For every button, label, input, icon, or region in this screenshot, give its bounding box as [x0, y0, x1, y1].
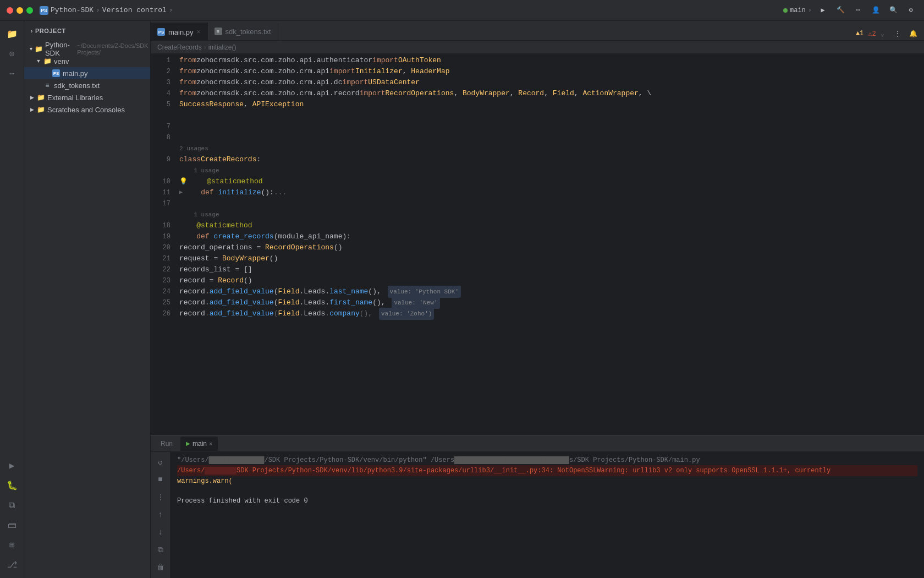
code-line-21: request = BodyWrapper()	[179, 253, 924, 264]
activity-db-icon[interactable]: 🗃	[3, 516, 21, 534]
console-path-text: "/Users/██████████████/SDK Projects/Pyth…	[177, 455, 700, 465]
tree-item-main-py[interactable]: ▶ PS main.py	[24, 67, 150, 79]
py-logo-icon: PS	[40, 6, 48, 15]
sidebar-header: › Project	[24, 21, 150, 41]
settings-button[interactable]: ⚙	[904, 4, 917, 17]
panel-content-area: ↺ ■ ⋮ ↑ ↓ ⧉ 🗑 "/Users/███	[151, 452, 924, 578]
code-lines: from zohocrmsdk.src.com.zoho.api.authent…	[177, 54, 924, 435]
tab-main-py-close[interactable]: ×	[197, 28, 201, 36]
scratches-arrow: ▶	[29, 106, 35, 113]
project-name[interactable]: Python-SDK	[51, 6, 94, 14]
activity-bar-bottom: ▶ 🐛 ⧉ 🗃 ⊞ ⎇	[3, 457, 21, 574]
panel-left-icons: ↺ ■ ⋮ ↑ ↓ ⧉ 🗑	[151, 452, 170, 578]
sidebar-title: Project	[35, 28, 66, 34]
tab-bar: PS main.py × ≡ sdk_tokens.txt ▲1 ⚠2 ⌄ ⋮ …	[151, 21, 924, 41]
panel-trash-icon[interactable]: 🗑	[153, 560, 168, 575]
code-line-1: from zohocrmsdk.src.com.zoho.api.authent…	[179, 55, 924, 66]
warning-count[interactable]: ▲1	[856, 30, 864, 37]
run-config-chevron: ›	[808, 7, 812, 14]
panel-tab-run[interactable]: Run	[155, 437, 178, 451]
activity-git-icon[interactable]: ⎇	[3, 556, 21, 574]
panel-more-icon[interactable]: ⋮	[153, 489, 168, 505]
editor-more-options[interactable]: ⋮	[891, 27, 904, 40]
panel-toolbar-icons: ↺ ■ ⋮ ↑ ↓ ⧉ 🗑	[151, 454, 173, 575]
notification-icon[interactable]: 🔔	[906, 27, 920, 40]
close-button[interactable]	[7, 7, 13, 14]
code-line-10: 💡 @staticmethod	[179, 176, 924, 187]
activity-commit-icon[interactable]: ⊙	[3, 45, 21, 63]
activity-layers-icon[interactable]: ⧉	[3, 497, 21, 514]
usage-hint-1b: 1 usage	[179, 210, 924, 219]
code-line-3: from zohocrmsdk.src.com.zoho.crm.api.dc …	[179, 77, 924, 88]
breadcrumb-sep: ›	[204, 43, 206, 51]
line-numbers: 1 2 3 4 5 7 8 9 10 11 17 18 19	[151, 54, 177, 435]
tree-item-scratches[interactable]: ▶ 📁 Scratches and Consoles	[24, 103, 150, 116]
panel-refresh-icon[interactable]: ↺	[153, 454, 168, 470]
sdk-tokens-icon: ≡	[43, 81, 52, 90]
code-line-4: from zohocrmsdk.src.com.zoho.crm.api.rec…	[179, 88, 924, 99]
project-title: PS Python-SDK › Version control ›	[40, 6, 173, 15]
run-config[interactable]: main ›	[783, 7, 812, 14]
panel-up-icon[interactable]: ↑	[153, 507, 168, 522]
main-py-label: main.py	[63, 69, 88, 78]
panel-tab-run-label: Run	[161, 440, 173, 448]
tree-item-venv[interactable]: ▼ 📁 venv	[24, 55, 150, 67]
problems-chevron[interactable]: ⌄	[881, 30, 884, 38]
activity-dots-icon[interactable]: ⋯	[3, 65, 21, 83]
console-line-success: Process finished with exit code 0	[177, 496, 917, 506]
code-line-24: record.add_field_value(Field.Leads.last_…	[179, 286, 924, 297]
error-count[interactable]: ⚠2	[868, 30, 876, 38]
activity-run-icon[interactable]: ▶	[3, 457, 21, 475]
code-line-9: class CreateRecords:	[179, 154, 924, 165]
ext-lib-arrow: ▶	[29, 94, 35, 101]
version-control-label[interactable]: Version control	[102, 6, 167, 14]
console-error-text: /Users/████████SDK Projects/Python-SDK/v…	[177, 466, 831, 476]
panel-down-icon[interactable]: ↓	[153, 525, 168, 540]
run-button[interactable]: ▶	[816, 4, 829, 17]
activity-project-icon[interactable]: 📁	[3, 25, 21, 43]
ext-lib-icon: 📁	[36, 93, 45, 102]
console-line-warning: warnings.warn(	[177, 476, 917, 486]
panel-tab-main-label: main	[193, 440, 207, 448]
venv-expand-arrow: ▼	[35, 58, 42, 64]
panel-stop-icon[interactable]: ■	[153, 472, 168, 487]
tree-item-root[interactable]: ▼ 📁 Python-SDK ~/Documents/Z-Docs/SDK Pr…	[24, 43, 150, 55]
more-options-button[interactable]: ⋯	[851, 4, 865, 17]
code-line-5: SuccessResponse, APIException	[179, 99, 924, 110]
breadcrumb-class[interactable]: CreateRecords	[157, 43, 202, 51]
account-button[interactable]: 👤	[869, 4, 882, 17]
traffic-lights	[7, 7, 33, 14]
code-line-2: from zohocrmsdk.src.com.zoho.crm.api imp…	[179, 66, 924, 77]
breadcrumb: CreateRecords › initialize()	[151, 41, 924, 54]
tree-item-sdk-tokens[interactable]: ▶ ≡ sdk_tokens.txt	[24, 79, 150, 91]
tree-item-external-libraries[interactable]: ▶ 📁 External Libraries	[24, 91, 150, 103]
tab-sdk-tokens-icon: ≡	[215, 28, 222, 35]
fold-arrow-11[interactable]: ▶	[179, 187, 183, 198]
root-label: Python-SDK	[45, 41, 75, 57]
code-line-17	[179, 198, 924, 209]
run-config-label: main	[790, 7, 806, 14]
minimize-button[interactable]	[16, 7, 23, 14]
tab-main-py[interactable]: PS main.py ×	[151, 23, 208, 40]
code-line-26: record.add_field_value(Field.Leads.compa…	[179, 308, 924, 319]
build-button[interactable]: 🔨	[834, 4, 847, 17]
code-editor[interactable]: 1 2 3 4 5 7 8 9 10 11 17 18 19	[151, 54, 924, 435]
tab-sdk-tokens[interactable]: ≡ sdk_tokens.txt	[208, 23, 278, 40]
code-line-23: record = Record()	[179, 275, 924, 286]
venv-folder-icon: 📁	[43, 57, 52, 66]
search-button[interactable]: 🔍	[887, 4, 900, 17]
sidebar: › Project ▼ 📁 Python-SDK ~/Documents/Z-D…	[24, 21, 151, 578]
scratches-icon: 📁	[36, 105, 45, 114]
panel-tab-main[interactable]: ▶ main ×	[180, 437, 218, 451]
title-bar: PS Python-SDK › Version control › main ›…	[0, 0, 924, 21]
panel-layers-icon[interactable]: ⧉	[153, 542, 168, 558]
panel-main: "/Users/██████████████/SDK Projects/Pyth…	[170, 452, 924, 578]
breadcrumb-method[interactable]: initialize()	[208, 43, 237, 51]
venv-label: venv	[54, 57, 69, 66]
panel-tab-main-icon: ▶	[186, 440, 190, 446]
panel-tab-main-close[interactable]: ×	[209, 440, 212, 447]
activity-debug-icon[interactable]: 🐛	[3, 477, 21, 494]
activity-terminal-icon[interactable]: ⊞	[3, 536, 21, 554]
tab-bar-right: ▲1 ⚠2 ⌄ ⋮ 🔔	[851, 27, 924, 40]
maximize-button[interactable]	[26, 7, 33, 14]
